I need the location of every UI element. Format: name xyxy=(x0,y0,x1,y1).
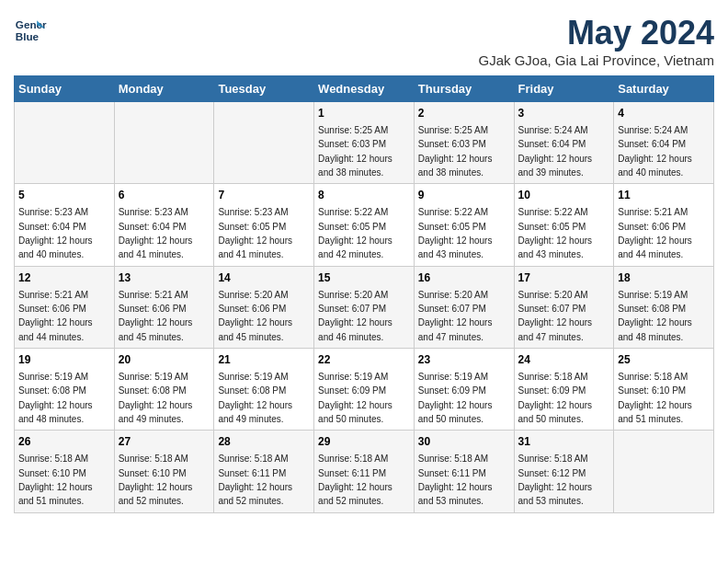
day-number: 26 xyxy=(18,434,110,450)
header-day-saturday: Saturday xyxy=(614,76,714,102)
main-title: May 2024 xyxy=(478,14,714,52)
day-number: 4 xyxy=(618,106,710,121)
header-day-friday: Friday xyxy=(514,76,614,102)
calendar-cell: 15Sunrise: 5:20 AM Sunset: 6:07 PM Dayli… xyxy=(314,266,415,348)
day-info: Sunrise: 5:19 AM Sunset: 6:08 PM Dayligh… xyxy=(18,372,93,424)
day-info: Sunrise: 5:18 AM Sunset: 6:11 PM Dayligh… xyxy=(418,454,493,506)
day-info: Sunrise: 5:18 AM Sunset: 6:12 PM Dayligh… xyxy=(518,454,593,506)
calendar-cell: 25Sunrise: 5:18 AM Sunset: 6:10 PM Dayli… xyxy=(614,349,714,431)
day-number: 27 xyxy=(119,434,210,450)
day-info: Sunrise: 5:18 AM Sunset: 6:11 PM Dayligh… xyxy=(218,454,292,506)
day-number: 6 xyxy=(119,188,210,203)
day-info: Sunrise: 5:19 AM Sunset: 6:09 PM Dayligh… xyxy=(318,372,392,424)
calendar-cell: 16Sunrise: 5:20 AM Sunset: 6:07 PM Dayli… xyxy=(414,266,514,348)
logo: General Blue General Blue xyxy=(14,14,47,47)
svg-text:Blue: Blue xyxy=(16,30,40,42)
calendar-cell xyxy=(15,102,115,184)
day-number: 16 xyxy=(418,270,510,286)
calendar-cell: 5Sunrise: 5:23 AM Sunset: 6:04 PM Daylig… xyxy=(15,184,115,266)
day-info: Sunrise: 5:18 AM Sunset: 6:09 PM Dayligh… xyxy=(518,372,593,424)
calendar-cell: 26Sunrise: 5:18 AM Sunset: 6:10 PM Dayli… xyxy=(15,431,115,512)
day-number: 5 xyxy=(18,188,110,203)
day-number: 9 xyxy=(418,188,510,203)
day-number: 31 xyxy=(518,434,610,450)
calendar-table: SundayMondayTuesdayWednesdayThursdayFrid… xyxy=(14,75,714,513)
day-info: Sunrise: 5:22 AM Sunset: 6:05 PM Dayligh… xyxy=(418,207,493,259)
header-day-monday: Monday xyxy=(114,76,214,102)
subtitle: GJak GJoa, Gia Lai Province, Vietnam xyxy=(478,52,714,68)
calendar-cell: 17Sunrise: 5:20 AM Sunset: 6:07 PM Dayli… xyxy=(514,266,614,348)
day-number: 12 xyxy=(18,270,110,286)
day-info: Sunrise: 5:19 AM Sunset: 6:08 PM Dayligh… xyxy=(618,290,692,342)
day-info: Sunrise: 5:22 AM Sunset: 6:05 PM Dayligh… xyxy=(318,207,392,259)
day-info: Sunrise: 5:19 AM Sunset: 6:09 PM Dayligh… xyxy=(418,372,493,424)
calendar-cell: 27Sunrise: 5:18 AM Sunset: 6:10 PM Dayli… xyxy=(114,431,214,512)
day-number: 28 xyxy=(218,434,310,450)
day-info: Sunrise: 5:24 AM Sunset: 6:04 PM Dayligh… xyxy=(518,125,593,178)
calendar-cell: 21Sunrise: 5:19 AM Sunset: 6:08 PM Dayli… xyxy=(214,349,314,431)
calendar-cell: 30Sunrise: 5:18 AM Sunset: 6:11 PM Dayli… xyxy=(414,431,514,512)
day-number: 11 xyxy=(618,188,710,203)
day-number: 7 xyxy=(218,188,310,203)
calendar-cell: 6Sunrise: 5:23 AM Sunset: 6:04 PM Daylig… xyxy=(114,184,214,266)
calendar-cell: 7Sunrise: 5:23 AM Sunset: 6:05 PM Daylig… xyxy=(214,184,314,266)
day-number: 8 xyxy=(318,188,410,203)
calendar-cell: 22Sunrise: 5:19 AM Sunset: 6:09 PM Dayli… xyxy=(314,349,415,431)
calendar-cell: 2Sunrise: 5:25 AM Sunset: 6:03 PM Daylig… xyxy=(414,102,514,184)
calendar-cell: 19Sunrise: 5:19 AM Sunset: 6:08 PM Dayli… xyxy=(15,349,115,431)
calendar-header: SundayMondayTuesdayWednesdayThursdayFrid… xyxy=(15,76,714,102)
day-number: 23 xyxy=(418,352,510,368)
calendar-cell: 31Sunrise: 5:18 AM Sunset: 6:12 PM Dayli… xyxy=(514,431,614,512)
day-number: 17 xyxy=(518,270,610,286)
day-info: Sunrise: 5:21 AM Sunset: 6:06 PM Dayligh… xyxy=(18,290,93,342)
calendar-cell: 3Sunrise: 5:24 AM Sunset: 6:04 PM Daylig… xyxy=(514,102,614,184)
calendar-cell xyxy=(214,102,314,184)
header-day-sunday: Sunday xyxy=(15,76,115,102)
calendar-cell: 24Sunrise: 5:18 AM Sunset: 6:09 PM Dayli… xyxy=(514,349,614,431)
calendar-cell: 28Sunrise: 5:18 AM Sunset: 6:11 PM Dayli… xyxy=(214,431,314,512)
day-number: 30 xyxy=(418,434,510,450)
day-number: 24 xyxy=(518,352,610,368)
day-number: 3 xyxy=(518,106,610,121)
calendar-cell: 9Sunrise: 5:22 AM Sunset: 6:05 PM Daylig… xyxy=(414,184,514,266)
day-number: 14 xyxy=(218,270,310,286)
day-info: Sunrise: 5:18 AM Sunset: 6:10 PM Dayligh… xyxy=(119,454,193,506)
calendar-cell: 18Sunrise: 5:19 AM Sunset: 6:08 PM Dayli… xyxy=(614,266,714,348)
day-info: Sunrise: 5:21 AM Sunset: 6:06 PM Dayligh… xyxy=(119,290,193,342)
day-info: Sunrise: 5:20 AM Sunset: 6:06 PM Dayligh… xyxy=(218,290,292,342)
logo-icon: General Blue xyxy=(14,14,47,47)
page-header: General Blue General Blue May 2024 GJak … xyxy=(14,14,714,68)
day-number: 18 xyxy=(618,270,710,286)
day-number: 10 xyxy=(518,188,610,203)
day-info: Sunrise: 5:23 AM Sunset: 6:05 PM Dayligh… xyxy=(218,207,292,259)
day-info: Sunrise: 5:20 AM Sunset: 6:07 PM Dayligh… xyxy=(518,290,593,342)
svg-text:General: General xyxy=(16,18,47,30)
week-row-1: 5Sunrise: 5:23 AM Sunset: 6:04 PM Daylig… xyxy=(15,184,714,266)
calendar-cell: 29Sunrise: 5:18 AM Sunset: 6:11 PM Dayli… xyxy=(314,431,415,512)
calendar-cell xyxy=(614,431,714,512)
day-info: Sunrise: 5:22 AM Sunset: 6:05 PM Dayligh… xyxy=(518,207,593,259)
day-number: 2 xyxy=(418,106,510,121)
day-info: Sunrise: 5:24 AM Sunset: 6:04 PM Dayligh… xyxy=(618,125,692,178)
day-info: Sunrise: 5:18 AM Sunset: 6:10 PM Dayligh… xyxy=(618,372,692,424)
day-number: 1 xyxy=(318,106,410,121)
title-block: May 2024 GJak GJoa, Gia Lai Province, Vi… xyxy=(478,14,714,68)
header-day-thursday: Thursday xyxy=(414,76,514,102)
day-info: Sunrise: 5:18 AM Sunset: 6:11 PM Dayligh… xyxy=(318,454,392,506)
calendar-cell: 1Sunrise: 5:25 AM Sunset: 6:03 PM Daylig… xyxy=(314,102,415,184)
day-info: Sunrise: 5:25 AM Sunset: 6:03 PM Dayligh… xyxy=(318,125,392,178)
day-info: Sunrise: 5:19 AM Sunset: 6:08 PM Dayligh… xyxy=(218,372,292,424)
day-number: 19 xyxy=(18,352,110,368)
day-info: Sunrise: 5:21 AM Sunset: 6:06 PM Dayligh… xyxy=(618,207,692,259)
day-number: 25 xyxy=(618,352,710,368)
calendar-cell: 4Sunrise: 5:24 AM Sunset: 6:04 PM Daylig… xyxy=(614,102,714,184)
day-info: Sunrise: 5:23 AM Sunset: 6:04 PM Dayligh… xyxy=(119,207,193,259)
calendar-cell: 14Sunrise: 5:20 AM Sunset: 6:06 PM Dayli… xyxy=(214,266,314,348)
day-info: Sunrise: 5:20 AM Sunset: 6:07 PM Dayligh… xyxy=(318,290,392,342)
day-number: 20 xyxy=(119,352,210,368)
day-info: Sunrise: 5:25 AM Sunset: 6:03 PM Dayligh… xyxy=(418,125,493,178)
calendar-cell: 8Sunrise: 5:22 AM Sunset: 6:05 PM Daylig… xyxy=(314,184,415,266)
header-day-tuesday: Tuesday xyxy=(214,76,314,102)
day-number: 21 xyxy=(218,352,310,368)
header-row: SundayMondayTuesdayWednesdayThursdayFrid… xyxy=(15,76,714,102)
